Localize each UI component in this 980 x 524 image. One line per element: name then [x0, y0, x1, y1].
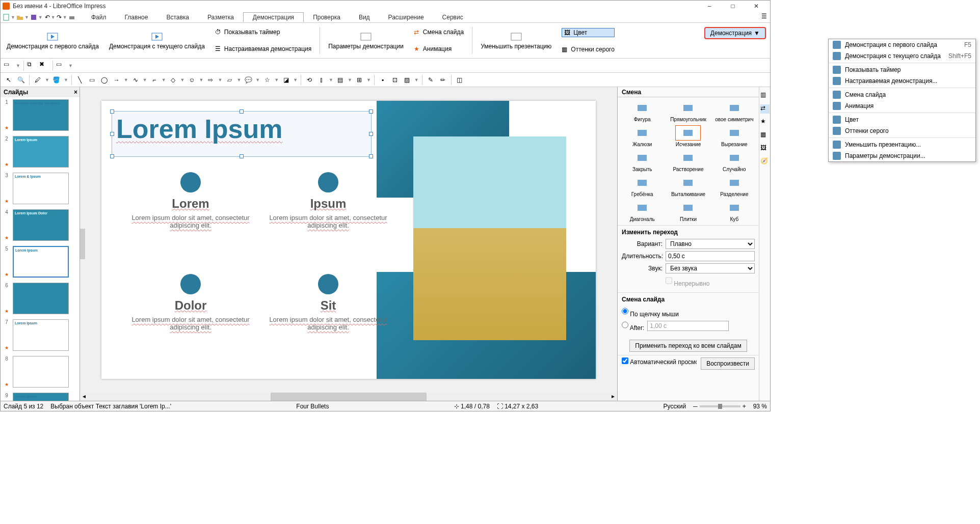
redo-icon[interactable]: ↷: [57, 14, 62, 21]
save-icon[interactable]: [30, 14, 37, 21]
panel-collapse-handle[interactable]: [80, 229, 85, 259]
menu-tools[interactable]: Сервис: [433, 13, 472, 22]
properties-tab-icon[interactable]: ▥: [760, 91, 770, 100]
animation-tab-icon[interactable]: ★: [760, 118, 770, 127]
apply-all-button[interactable]: Применить переход ко всем слайдам: [629, 340, 747, 352]
slide-thumbnail[interactable]: 2★Lorem Ipsum: [3, 136, 77, 168]
distribute-icon[interactable]: ⊞: [354, 75, 364, 85]
filter-icon[interactable]: ▨: [402, 75, 412, 85]
undo-icon[interactable]: ↶: [45, 14, 50, 21]
slide-layout-icon[interactable]: ▭: [56, 61, 66, 71]
arrow-icon[interactable]: →: [112, 75, 122, 85]
color-mode-button[interactable]: 🖼Цвет: [562, 28, 615, 37]
slide-thumbnail[interactable]: 3★Lorem & Ipsum: [3, 173, 77, 204]
loop-checkbox[interactable]: Непрерывно: [666, 275, 755, 287]
slide-thumbnail[interactable]: 8★Lorem Ipsum: [3, 356, 77, 388]
slide-thumbnail[interactable]: 9★Lorem Ipsum: [3, 393, 77, 401]
transition-item[interactable]: Фигура: [620, 99, 665, 123]
zoom-icon[interactable]: 🔍: [16, 75, 26, 85]
play-button[interactable]: Воспроизвести: [701, 357, 755, 370]
transition-item[interactable]: Закрыть: [620, 149, 665, 173]
transitions-tab-icon[interactable]: ⇄: [760, 104, 770, 114]
slides-list[interactable]: 1★Freshes Impress Template2★Lorem Ipsum3…: [1, 97, 80, 401]
dropdown-item[interactable]: Оттенки серого: [829, 125, 975, 136]
menu-home[interactable]: Главное: [116, 13, 157, 22]
transition-item[interactable]: Выталкивание: [666, 174, 710, 198]
navigator-tab-icon[interactable]: 🧭: [760, 157, 770, 167]
from-current-slide-button[interactable]: Демонстрация с текущего слайда: [109, 32, 205, 50]
connector-icon[interactable]: ⌐: [149, 75, 160, 85]
transition-item[interactable]: Куб: [712, 199, 757, 223]
canvas-scroll[interactable]: Lorem Ipsum Lorem Lorem ipsum dolor s: [80, 87, 617, 393]
gluepoints-icon[interactable]: ✎: [426, 75, 436, 85]
duration-input[interactable]: [666, 251, 755, 261]
highlight-icon[interactable]: ✏: [438, 75, 448, 85]
dropdown-item[interactable]: Показывать таймер: [829, 64, 975, 75]
slideshow-dropdown-button[interactable]: Демонстрация▼: [704, 27, 766, 39]
slide-thumbnail[interactable]: 6★: [3, 283, 77, 314]
hamburger-icon[interactable]: ☰: [761, 13, 767, 20]
menu-layout[interactable]: Разметка: [198, 13, 243, 22]
status-zoom[interactable]: 93 %: [753, 403, 767, 410]
dropdown-item[interactable]: Демонстрация с первого слайдаF5: [829, 39, 975, 50]
stars-icon[interactable]: ☆: [262, 75, 272, 85]
grayscale-mode-button[interactable]: ▦Оттенки серого: [562, 46, 615, 53]
dropdown-item[interactable]: Демонстрация с текущего слайдаShift+F5: [829, 50, 975, 62]
slide-thumbnail[interactable]: 4★Lorem Ipsum Dolor: [3, 209, 77, 241]
transition-item[interactable]: Растворение: [666, 149, 710, 173]
from-first-slide-button[interactable]: Демонстрация с первого слайда: [7, 32, 99, 50]
line-icon[interactable]: ╲: [75, 75, 85, 85]
slide-transition-button[interactable]: ⇄Смена слайда: [414, 29, 464, 36]
after-radio[interactable]: After:: [622, 320, 644, 332]
menu-slideshow[interactable]: Демонстрация: [243, 12, 304, 22]
variant-select[interactable]: Плавно: [666, 239, 755, 249]
maximize-button[interactable]: □: [721, 1, 745, 12]
transition-item[interactable]: Случайно: [712, 149, 757, 173]
slide-canvas[interactable]: Lorem Ipsum Lorem Lorem ipsum dolor s: [101, 101, 596, 379]
callout-icon[interactable]: 💬: [243, 75, 253, 85]
delete-slide-icon[interactable]: ✖: [39, 61, 49, 71]
symbol-shapes-icon[interactable]: ☺: [187, 75, 197, 85]
sound-select[interactable]: Без звука: [666, 263, 755, 273]
transition-item[interactable]: овое симметрич: [712, 99, 757, 123]
open-icon[interactable]: [16, 14, 23, 21]
block-arrows-icon[interactable]: ⇨: [205, 75, 216, 85]
new-icon[interactable]: [3, 14, 10, 21]
dropdown-item[interactable]: Цвет: [829, 114, 975, 125]
resize-handle[interactable]: [240, 154, 244, 158]
zoom-slider[interactable]: ─+: [693, 403, 746, 410]
close-panel-icon[interactable]: ×: [74, 89, 77, 96]
show-settings-button[interactable]: Параметры демонстрации: [328, 32, 404, 50]
slide-thumbnail[interactable]: 7★Lorem Ipsum: [3, 319, 77, 351]
resize-handle[interactable]: [110, 109, 114, 114]
transition-item[interactable]: Разделение: [712, 174, 757, 198]
menu-file[interactable]: Файл: [82, 13, 116, 22]
resize-handle[interactable]: [240, 109, 244, 114]
minimize-button[interactable]: –: [698, 1, 721, 12]
fill-color-icon[interactable]: 🪣: [51, 75, 62, 85]
transition-item[interactable]: Гребёнка: [620, 174, 665, 198]
print-icon[interactable]: [68, 14, 75, 21]
basic-shapes-icon[interactable]: ◇: [168, 75, 178, 85]
menu-review[interactable]: Проверка: [304, 13, 350, 22]
master-tab-icon[interactable]: ▦: [760, 131, 770, 140]
resize-handle[interactable]: [369, 154, 373, 158]
custom-show-button[interactable]: ☰Настраиваемая демонстрация: [215, 45, 311, 52]
duplicate-slide-icon[interactable]: ⧉: [27, 61, 37, 71]
resize-handle[interactable]: [110, 154, 114, 158]
transition-item[interactable]: Диагональ: [620, 199, 665, 223]
minimize-presentation-button[interactable]: Уменьшить презентацию: [481, 32, 551, 50]
arrange-icon[interactable]: ▤: [335, 75, 346, 85]
h-scrollbar[interactable]: ◂ ▸: [80, 393, 617, 401]
new-slide-icon[interactable]: ▭: [4, 61, 14, 71]
dropdown-item[interactable]: Параметры демонстрации...: [829, 150, 975, 161]
transition-item[interactable]: Вырезание: [712, 124, 757, 148]
transition-item[interactable]: Прямоугольник: [666, 99, 710, 123]
shadow-icon[interactable]: ▪: [378, 75, 388, 85]
slide-thumbnail[interactable]: 5★Lorem Ipsum: [3, 246, 77, 278]
rect-icon[interactable]: ▭: [87, 75, 97, 85]
menu-extension[interactable]: Расширение: [379, 13, 433, 22]
autopreview-checkbox[interactable]: Автоматический просмотр: [622, 357, 697, 370]
transition-item[interactable]: Плитки: [666, 199, 710, 223]
3d-icon[interactable]: ◪: [281, 75, 291, 85]
